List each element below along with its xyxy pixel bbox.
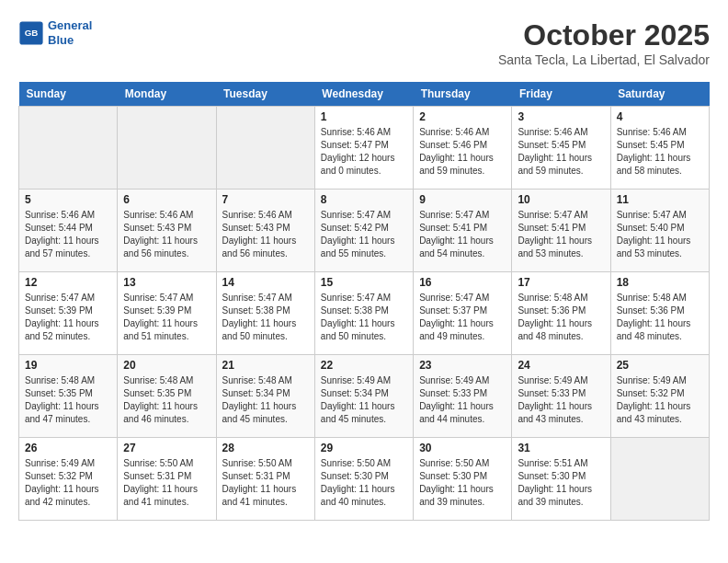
day-number: 27	[123, 442, 210, 454]
calendar-cell: 2Sunrise: 5:46 AM Sunset: 5:46 PM Daylig…	[414, 107, 512, 190]
day-content: Sunrise: 5:50 AM Sunset: 5:31 PM Dayligh…	[123, 457, 210, 509]
calendar-cell: 15Sunrise: 5:47 AM Sunset: 5:38 PM Dayli…	[314, 272, 413, 355]
day-content: Sunrise: 5:50 AM Sunset: 5:30 PM Dayligh…	[321, 457, 407, 509]
day-number: 6	[123, 193, 210, 206]
calendar-cell: 21Sunrise: 5:48 AM Sunset: 5:34 PM Dayli…	[216, 355, 314, 438]
calendar-cell: 24Sunrise: 5:49 AM Sunset: 5:33 PM Dayli…	[512, 355, 610, 438]
day-content: Sunrise: 5:47 AM Sunset: 5:39 PM Dayligh…	[25, 292, 111, 343]
calendar-cell: 22Sunrise: 5:49 AM Sunset: 5:34 PM Dayli…	[314, 355, 413, 438]
calendar-week-row: 26Sunrise: 5:49 AM Sunset: 5:32 PM Dayli…	[19, 438, 710, 521]
calendar-cell: 18Sunrise: 5:48 AM Sunset: 5:36 PM Dayli…	[610, 272, 709, 355]
day-content: Sunrise: 5:46 AM Sunset: 5:46 PM Dayligh…	[419, 126, 506, 178]
calendar-cell: 20Sunrise: 5:48 AM Sunset: 5:35 PM Dayli…	[118, 355, 216, 438]
day-number: 5	[25, 193, 111, 206]
day-content: Sunrise: 5:49 AM Sunset: 5:32 PM Dayligh…	[25, 457, 111, 509]
day-number: 7	[222, 193, 309, 206]
svg-text:GB: GB	[25, 27, 39, 37]
day-number: 8	[321, 193, 407, 206]
calendar-cell: 4Sunrise: 5:46 AM Sunset: 5:45 PM Daylig…	[610, 107, 709, 190]
day-number: 3	[518, 110, 604, 123]
weekday-header: Wednesday	[314, 82, 413, 107]
day-number: 19	[25, 359, 111, 372]
day-content: Sunrise: 5:46 AM Sunset: 5:45 PM Dayligh…	[617, 126, 703, 178]
calendar-cell: 13Sunrise: 5:47 AM Sunset: 5:39 PM Dayli…	[118, 272, 216, 355]
day-content: Sunrise: 5:48 AM Sunset: 5:35 PM Dayligh…	[25, 374, 111, 426]
calendar-cell: 9Sunrise: 5:47 AM Sunset: 5:41 PM Daylig…	[414, 190, 512, 272]
day-content: Sunrise: 5:46 AM Sunset: 5:47 PM Dayligh…	[321, 126, 407, 178]
day-content: Sunrise: 5:47 AM Sunset: 5:38 PM Dayligh…	[222, 292, 309, 343]
day-number: 24	[518, 359, 604, 372]
day-content: Sunrise: 5:48 AM Sunset: 5:36 PM Dayligh…	[617, 292, 703, 343]
calendar-cell: 28Sunrise: 5:50 AM Sunset: 5:31 PM Dayli…	[216, 438, 314, 521]
day-content: Sunrise: 5:48 AM Sunset: 5:35 PM Dayligh…	[123, 374, 210, 426]
calendar-cell: 25Sunrise: 5:49 AM Sunset: 5:32 PM Dayli…	[610, 355, 709, 438]
day-content: Sunrise: 5:46 AM Sunset: 5:43 PM Dayligh…	[123, 209, 210, 260]
calendar-cell: 31Sunrise: 5:51 AM Sunset: 5:30 PM Dayli…	[512, 438, 610, 521]
calendar-cell: 23Sunrise: 5:49 AM Sunset: 5:33 PM Dayli…	[414, 355, 512, 438]
weekday-header: Tuesday	[216, 82, 314, 107]
day-content: Sunrise: 5:50 AM Sunset: 5:31 PM Dayligh…	[222, 457, 309, 509]
day-content: Sunrise: 5:49 AM Sunset: 5:33 PM Dayligh…	[518, 374, 604, 426]
calendar-cell: 8Sunrise: 5:47 AM Sunset: 5:42 PM Daylig…	[314, 190, 413, 272]
day-number: 1	[321, 110, 407, 123]
day-number: 30	[419, 442, 506, 454]
calendar-cell: 1Sunrise: 5:46 AM Sunset: 5:47 PM Daylig…	[314, 107, 413, 190]
calendar-cell: 16Sunrise: 5:47 AM Sunset: 5:37 PM Dayli…	[414, 272, 512, 355]
day-content: Sunrise: 5:48 AM Sunset: 5:34 PM Dayligh…	[222, 374, 309, 426]
logo-line2: Blue	[48, 33, 74, 47]
calendar-cell	[19, 107, 118, 190]
day-content: Sunrise: 5:47 AM Sunset: 5:38 PM Dayligh…	[321, 292, 407, 343]
day-content: Sunrise: 5:49 AM Sunset: 5:32 PM Dayligh…	[617, 374, 703, 426]
day-number: 18	[617, 276, 703, 289]
calendar-table: SundayMondayTuesdayWednesdayThursdayFrid…	[18, 82, 710, 521]
day-number: 16	[419, 276, 506, 289]
day-number: 9	[419, 193, 506, 206]
day-content: Sunrise: 5:47 AM Sunset: 5:39 PM Dayligh…	[123, 292, 210, 343]
day-content: Sunrise: 5:46 AM Sunset: 5:44 PM Dayligh…	[25, 209, 111, 260]
calendar-cell	[216, 107, 314, 190]
day-number: 26	[25, 442, 111, 454]
weekday-header: Monday	[118, 82, 216, 107]
day-content: Sunrise: 5:47 AM Sunset: 5:37 PM Dayligh…	[419, 292, 506, 343]
calendar-week-row: 1Sunrise: 5:46 AM Sunset: 5:47 PM Daylig…	[19, 107, 710, 190]
day-content: Sunrise: 5:47 AM Sunset: 5:41 PM Dayligh…	[419, 209, 506, 260]
day-content: Sunrise: 5:48 AM Sunset: 5:36 PM Dayligh…	[518, 292, 604, 343]
day-number: 13	[123, 276, 210, 289]
day-content: Sunrise: 5:49 AM Sunset: 5:33 PM Dayligh…	[419, 374, 506, 426]
calendar-cell: 11Sunrise: 5:47 AM Sunset: 5:40 PM Dayli…	[610, 190, 709, 272]
calendar-cell: 27Sunrise: 5:50 AM Sunset: 5:31 PM Dayli…	[118, 438, 216, 521]
calendar-cell	[610, 438, 709, 521]
logo-icon: GB	[18, 20, 44, 46]
day-content: Sunrise: 5:47 AM Sunset: 5:40 PM Dayligh…	[617, 209, 703, 260]
day-number: 20	[123, 359, 210, 372]
calendar-cell: 26Sunrise: 5:49 AM Sunset: 5:32 PM Dayli…	[19, 438, 118, 521]
month-year: October 2025	[498, 18, 710, 52]
weekday-header: Sunday	[19, 82, 118, 107]
calendar-cell	[118, 107, 216, 190]
day-number: 15	[321, 276, 407, 289]
calendar-cell: 12Sunrise: 5:47 AM Sunset: 5:39 PM Dayli…	[19, 272, 118, 355]
calendar-week-row: 12Sunrise: 5:47 AM Sunset: 5:39 PM Dayli…	[19, 272, 710, 355]
day-content: Sunrise: 5:47 AM Sunset: 5:41 PM Dayligh…	[518, 209, 604, 260]
day-number: 10	[518, 193, 604, 206]
day-content: Sunrise: 5:50 AM Sunset: 5:30 PM Dayligh…	[419, 457, 506, 509]
day-content: Sunrise: 5:47 AM Sunset: 5:42 PM Dayligh…	[321, 209, 407, 260]
day-number: 22	[321, 359, 407, 372]
weekday-header: Thursday	[414, 82, 512, 107]
title-section: October 2025 Santa Tecla, La Libertad, E…	[498, 18, 710, 67]
calendar-week-row: 19Sunrise: 5:48 AM Sunset: 5:35 PM Dayli…	[19, 355, 710, 438]
day-number: 23	[419, 359, 506, 372]
calendar-cell: 30Sunrise: 5:50 AM Sunset: 5:30 PM Dayli…	[414, 438, 512, 521]
calendar-cell: 5Sunrise: 5:46 AM Sunset: 5:44 PM Daylig…	[19, 190, 118, 272]
calendar-cell: 17Sunrise: 5:48 AM Sunset: 5:36 PM Dayli…	[512, 272, 610, 355]
calendar-cell: 14Sunrise: 5:47 AM Sunset: 5:38 PM Dayli…	[216, 272, 314, 355]
day-number: 2	[419, 110, 506, 123]
logo-text: General Blue	[48, 18, 92, 47]
day-content: Sunrise: 5:51 AM Sunset: 5:30 PM Dayligh…	[518, 457, 604, 509]
calendar-cell: 7Sunrise: 5:46 AM Sunset: 5:43 PM Daylig…	[216, 190, 314, 272]
calendar-cell: 10Sunrise: 5:47 AM Sunset: 5:41 PM Dayli…	[512, 190, 610, 272]
day-number: 21	[222, 359, 309, 372]
calendar-week-row: 5Sunrise: 5:46 AM Sunset: 5:44 PM Daylig…	[19, 190, 710, 272]
page-header: GB General Blue October 2025 Santa Tecla…	[18, 18, 710, 67]
location: Santa Tecla, La Libertad, El Salvador	[498, 52, 710, 67]
